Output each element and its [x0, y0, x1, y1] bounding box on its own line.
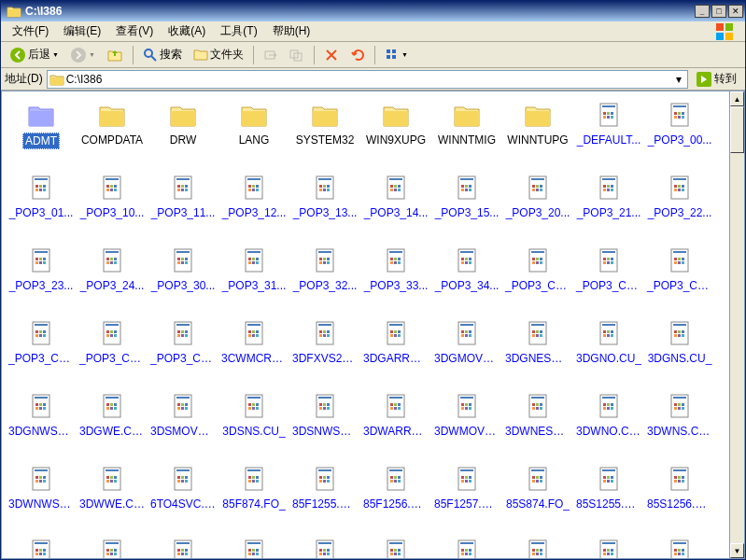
folder-item[interactable]: LANG [218, 99, 289, 166]
address-dropdown-button[interactable]: ▾ [672, 73, 685, 86]
scroll-down-button[interactable]: ▼ [730, 543, 744, 558]
svg-rect-89 [531, 178, 544, 180]
file-item[interactable]: _POP3_01... [6, 172, 77, 239]
folder-item[interactable]: WINNTUPG [502, 99, 573, 166]
menu-help[interactable]: 帮助(H) [265, 21, 318, 41]
file-item[interactable]: _POP3_34... [431, 245, 502, 312]
delete-button[interactable] [319, 45, 344, 65]
file-item[interactable]: 85F1256.FO_ [360, 463, 431, 530]
file-item[interactable]: _POP3_13... [289, 172, 360, 239]
file-item[interactable]: 3DGARRO.CU_ [360, 317, 431, 385]
file-item[interactable]: _DEFAULT... [573, 99, 644, 166]
file-item[interactable]: _POP3_11... [148, 172, 218, 239]
file-item[interactable]: 85S1257.FO_ [6, 536, 77, 559]
scrollbar[interactable]: ▲ ▼ [730, 91, 745, 559]
file-list[interactable]: ADMTCOMPDATADRWLANGSYSTEM32WIN9XUPGWINNT… [1, 91, 730, 559]
file-item[interactable]: 6TO4SVC.DL_ [148, 463, 218, 530]
file-item[interactable]: _POP3_23... [6, 245, 77, 312]
scroll-thumb[interactable] [730, 106, 744, 153]
folder-item[interactable]: COMPDATA [77, 99, 148, 166]
file-item[interactable]: 409.CS_ [148, 536, 218, 559]
menu-edit[interactable]: 编辑(E) [56, 21, 108, 41]
file-item[interactable]: 85F874.FO_ [218, 463, 289, 530]
address-input[interactable] [66, 73, 672, 86]
file-item[interactable]: _POP3_30... [148, 245, 218, 312]
item-label: _POP3_C6... [148, 351, 218, 366]
file-item[interactable]: _POP3_12... [218, 172, 289, 239]
file-item[interactable]: 3DGNO.CU_ [573, 317, 644, 385]
file-item[interactable]: 3DSMOVE.CU_ [148, 390, 218, 457]
file-item[interactable]: 3DWWE.CU_ [77, 463, 148, 530]
file-item[interactable]: 3DSNWSE.CU_ [289, 390, 360, 457]
back-button[interactable]: 后退 ▼ [5, 44, 63, 66]
file-item[interactable]: 3DWNESW.CU_ [502, 390, 573, 457]
close-button[interactable]: ✕ [728, 5, 743, 18]
file-item[interactable]: 3DGNS.CU_ [644, 317, 715, 385]
menu-file[interactable]: 文件(F) [5, 21, 56, 41]
copyto-icon [289, 48, 304, 63]
file-item[interactable]: 3DWMOVE.CU_ [431, 390, 502, 457]
undo-button[interactable] [345, 45, 370, 65]
file-item[interactable]: 3DGMOVE.CU_ [431, 317, 502, 385]
svg-rect-254 [536, 334, 539, 337]
file-item[interactable]: _POP3_C3... [644, 245, 715, 312]
file-item[interactable]: 85F1257.FO_ [431, 463, 502, 530]
folder-item[interactable]: WIN9XUPG [360, 99, 431, 166]
file-item[interactable]: 3DWNS.CU_ [644, 390, 715, 457]
file-item[interactable]: _POP3_20... [502, 172, 573, 239]
file-item[interactable]: _POP3_15... [431, 172, 502, 239]
file-item[interactable]: 3CWMCRU.SY_ [218, 317, 289, 385]
search-button[interactable]: 搜索 [138, 44, 187, 65]
file-item[interactable]: _POP3_C4... [6, 317, 77, 385]
file-item[interactable]: 3DGNWSE.CU_ [6, 390, 77, 457]
folder-item[interactable]: ADMT [6, 99, 77, 166]
file-item[interactable]: _POP3_00... [644, 99, 715, 166]
file-item[interactable]: 3DWARRO.CU_ [360, 390, 431, 457]
file-item[interactable]: _POP3_24... [77, 245, 148, 312]
up-button[interactable] [102, 44, 128, 66]
file-item[interactable]: 85S1256.FO_ [644, 463, 715, 530]
folders-button[interactable]: 文件夹 [189, 44, 248, 65]
maximize-button[interactable]: □ [711, 5, 726, 18]
scroll-track[interactable] [730, 106, 744, 543]
file-item[interactable]: _POP3_C2... [573, 245, 644, 312]
file-item[interactable]: 3DGWE.CU_ [77, 390, 148, 457]
file-item[interactable]: 8514FIX.FO_ [360, 536, 431, 559]
go-button[interactable]: 转到 [692, 69, 741, 89]
file-item[interactable]: 3DWNWSE.CU_ [6, 463, 77, 530]
menu-view[interactable]: 查看(V) [108, 21, 161, 41]
file-item[interactable]: 8514FIXE... [431, 536, 502, 559]
folder-item[interactable]: WINNTMIG [431, 99, 502, 166]
file-item[interactable]: _POP3_21... [573, 172, 644, 239]
file-item[interactable]: _POP3_10... [77, 172, 148, 239]
folder-item[interactable]: SYSTEM32 [289, 99, 360, 166]
file-item[interactable]: _POP3_C5... [77, 317, 148, 385]
file-item[interactable]: 8514FIXT... [644, 536, 715, 559]
file-item[interactable]: 192.DN_ [77, 536, 148, 559]
file-item[interactable]: 85F1255.FO_ [289, 463, 360, 530]
menu-favorites[interactable]: 收藏(A) [161, 21, 213, 41]
file-item[interactable]: 85S874.FO_ [502, 463, 573, 530]
file-item[interactable]: 8514FIXR... [573, 536, 644, 559]
file-item[interactable]: 1394BUS.SY_ [289, 536, 360, 559]
menu-tools[interactable]: 工具(T) [213, 21, 264, 41]
file-item[interactable]: _POP3_C1... [502, 245, 573, 312]
scroll-up-button[interactable]: ▲ [730, 91, 744, 106]
file-item[interactable]: 8514FIXG... [502, 536, 573, 559]
folder-item[interactable]: DRW [148, 99, 218, 166]
views-button[interactable]: ▼ [380, 45, 413, 65]
file-item[interactable]: 3DFXVS2K... [289, 317, 360, 385]
minimize-button[interactable]: _ [695, 5, 710, 18]
file-item[interactable]: 3DWNO.CU_ [573, 390, 644, 457]
item-label: 3DWMOVE.CU_ [432, 424, 501, 439]
file-item[interactable]: _POP3_C6... [148, 317, 218, 385]
file-item[interactable]: _POP3_32... [289, 245, 360, 312]
file-item[interactable]: 85S1255.FO_ [573, 463, 644, 530]
file-item[interactable]: 3DGNESW.CU_ [502, 317, 573, 385]
file-item[interactable]: _POP3_14... [360, 172, 431, 239]
file-item[interactable]: 1394.IN_ [218, 536, 289, 559]
file-item[interactable]: _POP3_33... [360, 245, 431, 312]
file-item[interactable]: _POP3_22... [644, 172, 715, 239]
file-item[interactable]: 3DSNS.CU_ [218, 390, 289, 457]
file-item[interactable]: _POP3_31... [218, 245, 289, 312]
